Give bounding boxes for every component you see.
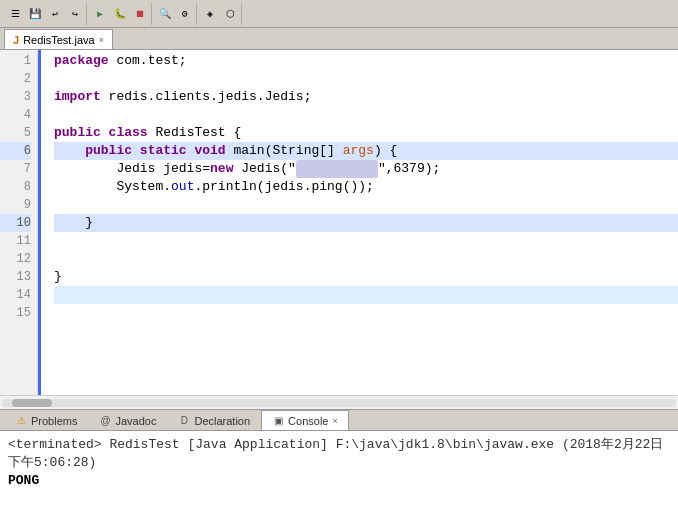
- line-num: 8: [0, 178, 31, 196]
- code-line-12: [54, 250, 678, 268]
- editor-tab-bar: J RedisTest.java ×: [0, 28, 678, 50]
- code-line-9: [54, 196, 678, 214]
- java-file-icon: J: [13, 34, 19, 46]
- code-line-14: [54, 286, 678, 304]
- tab-javadoc-label: Javadoc: [115, 415, 156, 427]
- line-num: 12: [0, 250, 31, 268]
- code-text: Jedis(": [241, 161, 296, 176]
- code-line-6: public static void main(String[] args) {: [54, 142, 678, 160]
- line-num: 2: [0, 70, 31, 88]
- problems-icon: ⚠: [15, 415, 27, 427]
- toolbar-btn-search[interactable]: 🔍: [156, 5, 174, 23]
- line-num: 3: [0, 88, 31, 106]
- keyword: static: [140, 143, 195, 158]
- param: args: [343, 143, 374, 158]
- line-num: 1: [0, 52, 31, 70]
- code-line-11: [54, 232, 678, 250]
- line-num: 13: [0, 268, 31, 286]
- scroll-thumb[interactable]: [12, 399, 52, 407]
- toolbar-section-1: ☰ 💾 ↩ ↪: [4, 3, 87, 25]
- code-text: redis.clients.jedis.Jedis;: [109, 89, 312, 104]
- code-text: .println(jedis.ping());: [194, 179, 373, 194]
- console-icon: ▣: [272, 415, 284, 427]
- line-numbers: 1 2 3 4 5 6 7 8 9 10 11 12 13 14 15: [0, 50, 38, 395]
- console-output-pong: PONG: [8, 473, 670, 488]
- javadoc-icon: @: [99, 415, 111, 427]
- keyword: public: [54, 143, 140, 158]
- toolbar-btn-debug[interactable]: 🐛: [111, 5, 129, 23]
- line-num: 10: [0, 214, 31, 232]
- toolbar-btn-perspective[interactable]: ◈: [201, 5, 219, 23]
- line-num: 7: [0, 160, 31, 178]
- code-text: }: [54, 269, 62, 284]
- code-line-8: System.out.println(jedis.ping());: [54, 178, 678, 196]
- keyword: void: [194, 143, 233, 158]
- code-line-3: import redis.clients.jedis.Jedis;: [54, 88, 678, 106]
- code-line-2: [54, 70, 678, 88]
- tab-javadoc[interactable]: @ Javadoc: [88, 410, 167, 430]
- toolbar-section-2: ▶ 🐛 ⏹: [89, 3, 152, 25]
- field-ref: out: [171, 179, 194, 194]
- toolbar-btn-settings[interactable]: ⚙: [176, 5, 194, 23]
- line-num: 4: [0, 106, 31, 124]
- code-text: main(String[]: [233, 143, 342, 158]
- console-terminated-line: <terminated> RedisTest [Java Application…: [8, 435, 670, 471]
- toolbar-btn-save[interactable]: 💾: [26, 5, 44, 23]
- keyword: class: [109, 125, 156, 140]
- blurred-ip: ██████████: [296, 160, 378, 178]
- line-num: 11: [0, 232, 31, 250]
- code-line-10: }: [54, 214, 678, 232]
- code-text-area[interactable]: package com.test; import redis.clients.j…: [46, 50, 678, 395]
- editor-tab-redistest[interactable]: J RedisTest.java ×: [4, 29, 113, 49]
- horizontal-scrollbar[interactable]: [0, 395, 678, 409]
- code-editor: 1 2 3 4 5 6 7 8 9 10 11 12 13 14 15 pack…: [0, 50, 678, 395]
- code-text: System.: [54, 179, 171, 194]
- toolbar-btn-menu[interactable]: ☰: [6, 5, 24, 23]
- toolbar-btn-run[interactable]: ▶: [91, 5, 109, 23]
- toolbar-btn-stop[interactable]: ⏹: [131, 5, 149, 23]
- panel-tab-bar: ⚠ Problems @ Javadoc D Declaration ▣ Con…: [0, 409, 678, 431]
- line-num: 15: [0, 304, 31, 322]
- tab-label: RedisTest.java: [23, 34, 95, 46]
- line-num: 9: [0, 196, 31, 214]
- pong-text: PONG: [8, 473, 39, 488]
- tab-declaration-label: Declaration: [194, 415, 250, 427]
- scroll-track[interactable]: [2, 399, 676, 407]
- bottom-panel: ⚠ Problems @ Javadoc D Declaration ▣ Con…: [0, 409, 678, 532]
- code-text: com.test;: [116, 53, 186, 68]
- toolbar-btn-undo[interactable]: ↩: [46, 5, 64, 23]
- main-toolbar: ☰ 💾 ↩ ↪ ▶ 🐛 ⏹ 🔍 ⚙ ◈ ⬡: [0, 0, 678, 28]
- code-text: ) {: [374, 143, 397, 158]
- line-num: 5: [0, 124, 31, 142]
- keyword: import: [54, 89, 109, 104]
- declaration-icon: D: [178, 415, 190, 427]
- tab-console[interactable]: ▣ Console ×: [261, 410, 349, 430]
- line-num: 14: [0, 286, 31, 304]
- code-line-1: package com.test;: [54, 52, 678, 70]
- console-output: <terminated> RedisTest [Java Application…: [0, 431, 678, 532]
- keyword: package: [54, 53, 116, 68]
- code-text: ",6379);: [378, 161, 440, 176]
- code-line-4: [54, 106, 678, 124]
- tab-problems[interactable]: ⚠ Problems: [4, 410, 88, 430]
- terminated-text: <terminated> RedisTest [Java Application…: [8, 437, 663, 470]
- tab-problems-label: Problems: [31, 415, 77, 427]
- code-text: Jedis jedis=: [54, 161, 210, 176]
- left-margin: [38, 50, 46, 395]
- code-line-5: public class RedisTest {: [54, 124, 678, 142]
- keyword: new: [210, 161, 241, 176]
- keyword: public: [54, 125, 109, 140]
- tab-console-label: Console: [288, 415, 328, 427]
- code-text: }: [54, 215, 93, 230]
- code-line-7: Jedis jedis=new Jedis("██████████",6379)…: [54, 160, 678, 178]
- console-tab-close[interactable]: ×: [332, 416, 337, 426]
- line-num: 6: [0, 142, 31, 160]
- code-line-15: [54, 304, 678, 322]
- toolbar-btn-layout[interactable]: ⬡: [221, 5, 239, 23]
- code-line-13: }: [54, 268, 678, 286]
- toolbar-section-3: 🔍 ⚙: [154, 3, 197, 25]
- code-text: RedisTest {: [155, 125, 241, 140]
- tab-declaration[interactable]: D Declaration: [167, 410, 261, 430]
- tab-close-btn[interactable]: ×: [99, 35, 104, 45]
- toolbar-btn-redo[interactable]: ↪: [66, 5, 84, 23]
